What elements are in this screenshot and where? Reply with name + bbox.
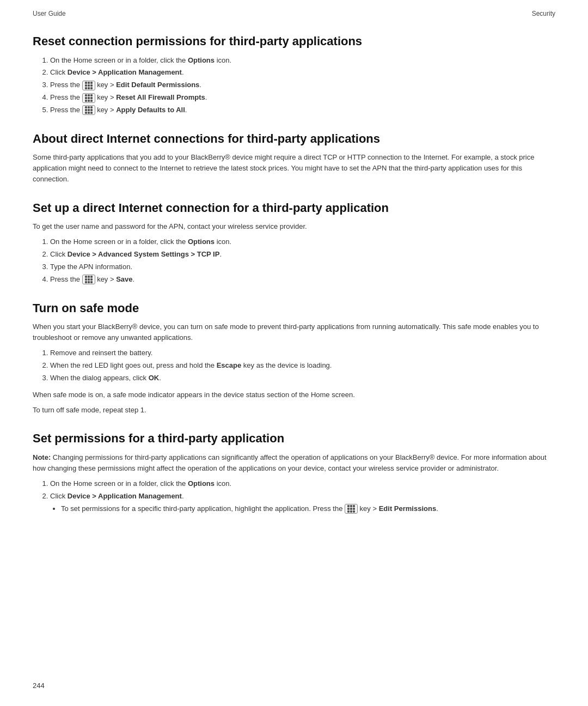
page-header: User Guide Security	[0, 0, 588, 17]
bb-key-grid	[85, 82, 93, 89]
steps-list-reset: On the Home screen or in a folder, click…	[50, 55, 555, 116]
step-item: Press the key > Apply Defaults to All.	[50, 105, 555, 116]
bb-key-icon	[82, 275, 95, 284]
bb-key-grid	[85, 94, 93, 102]
step-item: On the Home screen or in a folder, click…	[50, 55, 555, 66]
section-title-about-direct: About direct Internet connections for th…	[33, 131, 555, 147]
section-safe-mode: Turn on safe mode When you start your Bl…	[33, 301, 555, 416]
step-item: Remove and reinsert the battery.	[50, 348, 555, 359]
steps-list-setup-direct: On the Home screen or in a folder, click…	[50, 236, 555, 285]
setup-direct-intro: To get the user name and password for th…	[33, 221, 555, 232]
steps-list-set-permissions: On the Home screen or in a folder, click…	[50, 478, 555, 514]
section-set-permissions: Set permissions for a third-party applic…	[33, 431, 555, 514]
bb-key-icon	[345, 504, 358, 514]
step-item: On the Home screen or in a folder, click…	[50, 236, 555, 248]
step-item: When the dialog appears, click OK.	[50, 373, 555, 384]
safe-mode-after-1: When safe mode is on, a safe mode indica…	[33, 389, 555, 400]
page-number: 244	[33, 681, 45, 690]
sub-step-item: To set permissions for a specific third-…	[61, 503, 555, 515]
section-title-reset: Reset connection permissions for third-p…	[33, 34, 555, 50]
step-item: Press the key > Edit Default Permissions…	[50, 80, 555, 91]
section-title-setup-direct: Set up a direct Internet connection for …	[33, 200, 555, 216]
set-permissions-note: Note: Changing permissions for third-par…	[33, 452, 555, 474]
step-item: Click Device > Advanced System Settings …	[50, 249, 555, 260]
safe-mode-intro: When you start your BlackBerry® device, …	[33, 321, 555, 343]
step-item: Press the key > Save.	[50, 274, 555, 285]
step-item: Click Device > Application Management. T…	[50, 491, 555, 515]
bb-key-icon	[82, 105, 95, 115]
section-about-direct: About direct Internet connections for th…	[33, 131, 555, 185]
bb-key-icon	[82, 81, 95, 90]
steps-list-safe-mode: Remove and reinsert the battery. When th…	[50, 348, 555, 384]
step-item: Press the key > Reset All Firewall Promp…	[50, 92, 555, 104]
sub-steps-list: To set permissions for a specific third-…	[61, 503, 555, 515]
step-item: Click Device > Application Management.	[50, 67, 555, 78]
about-direct-text: Some third-party applications that you a…	[33, 152, 555, 185]
section-title-safe-mode: Turn on safe mode	[33, 301, 555, 317]
section-setup-direct: Set up a direct Internet connection for …	[33, 200, 555, 285]
header-left: User Guide	[33, 10, 66, 17]
page-content: Reset connection permissions for third-p…	[0, 17, 588, 562]
bb-key-icon	[82, 93, 95, 103]
bb-key-grid	[85, 276, 93, 283]
header-right: Security	[532, 10, 555, 17]
step-item: On the Home screen or in a folder, click…	[50, 478, 555, 490]
section-reset-connection: Reset connection permissions for third-p…	[33, 34, 555, 116]
bb-key-grid	[347, 505, 355, 513]
step-item: When the red LED light goes out, press a…	[50, 360, 555, 372]
note-label: Note:	[33, 453, 51, 461]
safe-mode-after-2: To turn off safe mode, repeat step 1.	[33, 405, 555, 416]
section-title-set-permissions: Set permissions for a third-party applic…	[33, 431, 555, 447]
bb-key-grid	[85, 106, 93, 114]
step-item: Type the APN information.	[50, 261, 555, 273]
